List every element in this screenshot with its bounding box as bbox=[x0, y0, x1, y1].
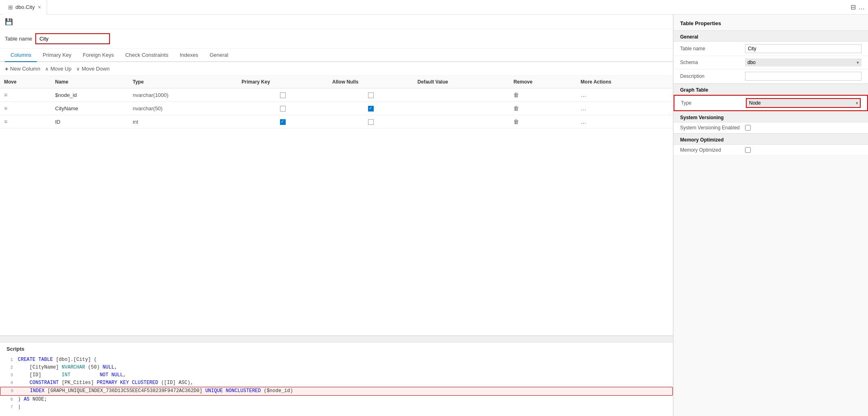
tab-indexes[interactable]: Indexes bbox=[174, 49, 204, 62]
col-type-cell[interactable]: nvarchar(1000) bbox=[129, 88, 237, 102]
table-name-row: Table name bbox=[0, 29, 673, 49]
scripts-section: Scripts 1 CREATE TABLE [dbo].[City] ( 2 … bbox=[0, 342, 673, 416]
prop-description-label: Description bbox=[680, 73, 745, 79]
pk-checkbox[interactable] bbox=[280, 119, 286, 125]
prop-description-row: Description bbox=[674, 69, 868, 84]
table-icon: ⊞ bbox=[8, 4, 13, 11]
col-null-cell[interactable] bbox=[328, 115, 414, 129]
more-options-button[interactable]: … bbox=[858, 4, 865, 11]
more-icon[interactable]: … bbox=[581, 118, 587, 125]
col-pk-cell[interactable] bbox=[237, 102, 328, 115]
prop-type-label: Type bbox=[681, 100, 746, 106]
more-icon[interactable]: … bbox=[581, 92, 587, 98]
memory-optimized-group-title: Memory Optimized bbox=[674, 133, 868, 145]
prop-schema-label: Schema bbox=[680, 60, 745, 65]
line-number: 7 bbox=[3, 404, 13, 411]
null-checkbox[interactable] bbox=[368, 106, 374, 112]
move-down-button[interactable]: ∨ Move Down bbox=[76, 66, 110, 72]
col-remove-cell[interactable]: 🗑 bbox=[509, 102, 576, 115]
scripts-code: 1 CREATE TABLE [dbo].[City] ( 2 [CityNam… bbox=[0, 354, 673, 416]
tab-columns[interactable]: Columns bbox=[5, 49, 37, 62]
system-versioning-checkbox[interactable] bbox=[745, 125, 751, 131]
code-content: [ID] INT NOT NULL, bbox=[18, 371, 670, 379]
delete-icon[interactable]: 🗑 bbox=[513, 105, 519, 112]
new-column-label: New Column bbox=[10, 66, 40, 72]
col-header-remove: Remove bbox=[509, 76, 576, 88]
code-line-2: 2 [CityName] NVARCHAR (50) NULL, bbox=[0, 364, 673, 371]
line-number: 2 bbox=[3, 364, 13, 371]
drag-handle-icon[interactable]: ≡ bbox=[4, 118, 7, 125]
null-checkbox[interactable] bbox=[368, 92, 374, 98]
tab-label: dbo.City bbox=[15, 4, 35, 10]
line-number: 4 bbox=[3, 380, 13, 387]
prop-schema-select-wrap: dbo bbox=[745, 58, 862, 66]
col-pk-cell[interactable] bbox=[237, 115, 328, 129]
drag-cell[interactable]: ≡ bbox=[0, 102, 51, 115]
tab-actions: ⊟ … bbox=[851, 3, 865, 11]
pk-checkbox[interactable] bbox=[280, 106, 286, 112]
prop-type-select[interactable]: Node bbox=[746, 98, 861, 108]
prop-memory-optimized-label: Memory Optimized bbox=[680, 147, 745, 153]
prop-schema-select[interactable]: dbo bbox=[745, 58, 862, 66]
move-up-label: Move Up bbox=[50, 66, 71, 72]
col-type-cell[interactable]: int bbox=[129, 115, 237, 129]
col-pk-cell[interactable] bbox=[237, 88, 328, 102]
tab-close-button[interactable]: × bbox=[37, 4, 42, 11]
col-name-cell: CityName bbox=[51, 102, 129, 115]
null-checkbox[interactable] bbox=[368, 119, 374, 125]
graph-table-group-title: Graph Table bbox=[674, 84, 868, 95]
code-content: | bbox=[18, 403, 670, 411]
tab-primary-key[interactable]: Primary Key bbox=[37, 49, 77, 62]
col-more-cell[interactable]: … bbox=[577, 115, 673, 129]
col-more-cell[interactable]: … bbox=[577, 102, 673, 115]
left-panel: 💾 Table name Columns Primary Key Foreign… bbox=[0, 15, 673, 416]
move-up-button[interactable]: ∧ Move Up bbox=[45, 66, 71, 72]
prop-table-name-label: Table name bbox=[680, 46, 745, 51]
tab-check-constraints[interactable]: Check Constraints bbox=[120, 49, 174, 62]
col-default-cell bbox=[414, 88, 510, 102]
horizontal-scrollbar[interactable] bbox=[0, 336, 673, 342]
col-actions-bar: + New Column ∧ Move Up ∨ Move Down bbox=[0, 62, 673, 76]
col-header-type: Type bbox=[129, 76, 237, 88]
pk-checkbox[interactable] bbox=[280, 92, 286, 98]
col-remove-cell[interactable]: 🗑 bbox=[509, 88, 576, 102]
prop-system-versioning-row: System Versioning Enabled bbox=[674, 122, 868, 133]
col-null-cell[interactable] bbox=[328, 102, 414, 115]
table-name-input[interactable] bbox=[36, 34, 109, 43]
split-editor-button[interactable]: ⊟ bbox=[851, 3, 856, 11]
col-type-cell[interactable]: nvarchar(50) bbox=[129, 102, 237, 115]
tab-foreign-keys[interactable]: Foreign Keys bbox=[77, 49, 120, 62]
more-icon[interactable]: … bbox=[581, 105, 587, 112]
tab-general[interactable]: General bbox=[204, 49, 234, 62]
code-content: INDEX [GRAPH_UNIQUE_INDEX_736D13C55EEC4F… bbox=[18, 387, 669, 395]
code-line-4: 4 CONSTRAINT [PK_Cities] PRIMARY KEY CLU… bbox=[0, 379, 673, 387]
drag-cell[interactable]: ≡ bbox=[0, 115, 51, 129]
memory-optimized-checkbox[interactable] bbox=[745, 147, 751, 153]
delete-icon[interactable]: 🗑 bbox=[513, 92, 519, 98]
table-row: ≡ ID int 🗑 … bbox=[0, 115, 673, 129]
code-content: CREATE TABLE [dbo].[City] ( bbox=[18, 356, 670, 364]
toolbar-row: 💾 bbox=[0, 15, 673, 29]
drag-handle-icon[interactable]: ≡ bbox=[4, 92, 7, 98]
prop-table-name-input[interactable] bbox=[745, 44, 862, 53]
col-more-cell[interactable]: … bbox=[577, 88, 673, 102]
drag-cell[interactable]: ≡ bbox=[0, 88, 51, 102]
columns-table-area: Move Name Type Primary Key Allow Nulls D… bbox=[0, 76, 673, 336]
col-remove-cell[interactable]: 🗑 bbox=[509, 115, 576, 129]
table-properties-title: Table Properties bbox=[674, 15, 868, 30]
prop-description-input[interactable] bbox=[745, 72, 862, 81]
prop-type-select-wrap: Node bbox=[746, 98, 861, 108]
new-column-button[interactable]: + New Column bbox=[5, 65, 40, 72]
columns-table: Move Name Type Primary Key Allow Nulls D… bbox=[0, 76, 673, 129]
drag-handle-icon[interactable]: ≡ bbox=[4, 105, 7, 112]
tab-dbo-city[interactable]: ⊞ dbo.City × bbox=[3, 0, 47, 15]
save-icon[interactable]: 💾 bbox=[5, 18, 13, 25]
col-null-cell[interactable] bbox=[328, 88, 414, 102]
delete-icon[interactable]: 🗑 bbox=[513, 118, 519, 125]
main-layout: 💾 Table name Columns Primary Key Foreign… bbox=[0, 15, 868, 416]
code-content: CONSTRAINT [PK_Cities] PRIMARY KEY CLUST… bbox=[18, 379, 670, 387]
col-header-default-value: Default Value bbox=[414, 76, 510, 88]
right-panel: Table Properties General Table name Sche… bbox=[673, 15, 868, 416]
plus-icon: + bbox=[5, 65, 9, 72]
code-line-7: 7 | bbox=[0, 403, 673, 411]
